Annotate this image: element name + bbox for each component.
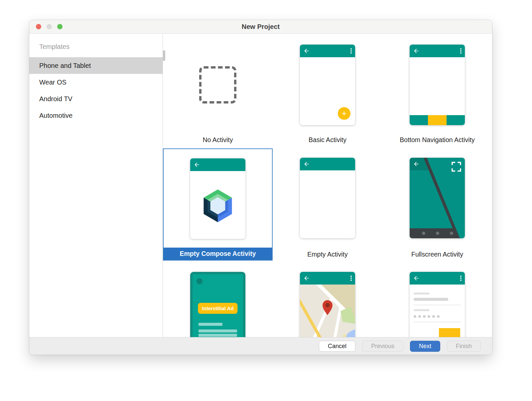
gallery-row-2: Empty Compose Activity bbox=[163, 148, 492, 261]
cancel-button[interactable]: Cancel bbox=[319, 341, 355, 352]
window-title: New Project bbox=[29, 23, 492, 31]
dialog-body: Templates Phone and Tablet Wear OS Andro… bbox=[29, 34, 492, 337]
minimize-window-button[interactable] bbox=[47, 24, 52, 29]
interstitial-ad-preview: Interstitial Ad bbox=[190, 272, 245, 337]
empty-activity-preview bbox=[300, 158, 355, 238]
tile-empty-activity[interactable]: Empty Activity bbox=[273, 148, 382, 261]
sidebar-item-android-tv[interactable]: Android TV bbox=[29, 91, 163, 107]
overflow-menu-icon bbox=[350, 275, 352, 281]
back-arrow-icon bbox=[413, 48, 420, 54]
sidebar-item-label: Android TV bbox=[39, 95, 72, 103]
back-arrow-icon bbox=[303, 48, 310, 54]
password-dots bbox=[414, 315, 461, 318]
back-arrow-icon bbox=[303, 161, 310, 167]
template-gallery: No Activity + bbox=[163, 34, 492, 337]
tile-label: Basic Activity bbox=[309, 136, 346, 144]
traffic-lights bbox=[36, 20, 63, 33]
finish-button[interactable]: Finish bbox=[447, 341, 481, 352]
tile-no-activity[interactable]: No Activity bbox=[163, 34, 273, 148]
form-value-placeholder bbox=[414, 298, 448, 301]
new-project-dialog: New Project Templates Phone and Tablet W… bbox=[29, 20, 492, 355]
maps-activity-preview bbox=[300, 272, 355, 337]
tile-empty-compose-activity[interactable]: Empty Compose Activity bbox=[163, 148, 273, 261]
back-arrow-icon bbox=[303, 275, 310, 282]
map-preview-image bbox=[300, 285, 355, 337]
bottom-navigation-preview bbox=[410, 45, 465, 125]
form-label-placeholder bbox=[414, 309, 430, 311]
previous-button[interactable]: Previous bbox=[362, 341, 403, 352]
dashed-square-icon bbox=[199, 66, 236, 103]
login-button-placeholder bbox=[439, 328, 460, 337]
tile-label: Empty Activity bbox=[307, 248, 347, 261]
ad-avatar-dot bbox=[197, 278, 202, 284]
fab-plus-icon: + bbox=[338, 107, 350, 120]
back-arrow-icon bbox=[194, 161, 200, 168]
templates-sidebar: Templates Phone and Tablet Wear OS Andro… bbox=[29, 34, 163, 337]
tile-label: Bottom Navigation Activity bbox=[400, 136, 474, 144]
overflow-menu-icon bbox=[350, 48, 352, 54]
close-window-button[interactable] bbox=[36, 24, 41, 29]
tile-label: Fullscreen Activity bbox=[411, 248, 463, 261]
overflow-menu-icon bbox=[460, 275, 462, 281]
form-label-placeholder bbox=[414, 293, 430, 295]
sidebar-item-label: Phone and Tablet bbox=[39, 62, 91, 70]
sidebar-item-automotive[interactable]: Automotive bbox=[29, 107, 163, 124]
selected-tile-label: Empty Compose Activity bbox=[164, 248, 272, 260]
tile-google-maps-activity[interactable] bbox=[273, 261, 382, 337]
sidebar-header: Templates bbox=[39, 43, 163, 51]
sidebar-item-label: Automotive bbox=[39, 112, 72, 119]
sidebar-item-label: Wear OS bbox=[39, 79, 66, 86]
desktop-background: New Project Templates Phone and Tablet W… bbox=[0, 0, 532, 401]
scrollbar-thumb[interactable] bbox=[163, 50, 165, 61]
zoom-window-button[interactable] bbox=[57, 24, 63, 29]
tile-admob-ads-activity[interactable]: Interstitial Ad bbox=[163, 261, 273, 337]
tile-bottom-navigation-activity[interactable]: Bottom Navigation Activity bbox=[382, 34, 492, 148]
next-button[interactable]: Next bbox=[410, 341, 440, 352]
jetpack-compose-logo-icon bbox=[198, 185, 237, 225]
fullscreen-activity-preview bbox=[410, 158, 465, 238]
interstitial-ad-badge: Interstitial Ad bbox=[198, 303, 237, 314]
tile-basic-activity[interactable]: + Basic Activity bbox=[273, 34, 382, 148]
sidebar-item-wear-os[interactable]: Wear OS bbox=[29, 74, 163, 91]
tile-fullscreen-activity[interactable]: Fullscreen Activity bbox=[382, 148, 492, 261]
gallery-row-1: No Activity + bbox=[163, 34, 492, 148]
gallery-row-3: Interstitial Ad bbox=[163, 261, 492, 337]
login-activity-preview bbox=[410, 272, 465, 337]
sidebar-item-phone-and-tablet[interactable]: Phone and Tablet bbox=[29, 57, 163, 74]
empty-compose-preview bbox=[190, 158, 245, 239]
bottom-nav-bar bbox=[410, 115, 465, 125]
window-titlebar: New Project bbox=[29, 20, 492, 34]
dialog-footer: Cancel Previous Next Finish bbox=[29, 337, 492, 355]
basic-activity-preview: + bbox=[300, 45, 355, 125]
tile-label: No Activity bbox=[202, 136, 233, 144]
back-arrow-icon bbox=[413, 275, 420, 282]
overflow-menu-icon bbox=[460, 48, 462, 54]
tile-login-activity[interactable] bbox=[382, 261, 492, 337]
